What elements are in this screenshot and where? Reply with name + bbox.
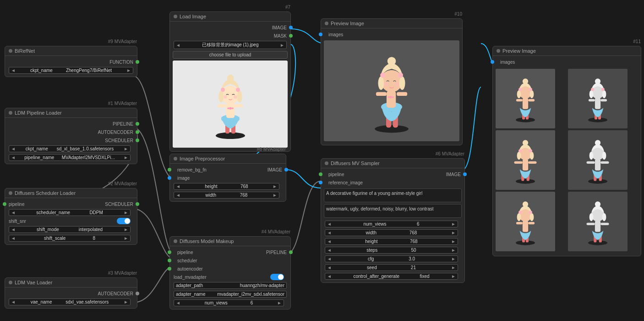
- diffusers-mv-sampler-node: #6 MVAdapter Diffusers MV Sampler pipeli…: [321, 158, 465, 283]
- mvs-width-key: width: [366, 230, 377, 235]
- load-image-upload-btn[interactable]: choose file to upload: [173, 51, 288, 59]
- preview-image-10-node: #10 Preview Image images: [321, 18, 463, 145]
- dmm-adapter-path-field[interactable]: adapter_path huanngzh/mv-adapter: [174, 282, 287, 289]
- mvs-control-arrow-right[interactable]: ►: [451, 274, 456, 279]
- grid-figurine-4: [582, 133, 614, 188]
- ldm-pipeline-name-arrow-right[interactable]: ►: [124, 155, 128, 160]
- diffusers-scheduler-name-arrow-right[interactable]: ►: [124, 210, 128, 215]
- image-preprocessor-width-arrow-right[interactable]: ►: [273, 193, 277, 198]
- diffusers-scheduler-name-arrow-left[interactable]: ◄: [11, 210, 16, 215]
- image-preprocessor-width-arrow-left[interactable]: ◄: [176, 193, 180, 198]
- mvs-num-views-field[interactable]: ◄ num_views 6 ►: [325, 221, 458, 227]
- load-image-mask-port: [289, 34, 293, 38]
- mvs-positive-prompt[interactable]: A decorative figurine of a young anime-s…: [324, 188, 462, 202]
- load-image-filename-arrow-right[interactable]: ►: [280, 43, 284, 48]
- mvs-cfg-field[interactable]: ◄ cfg 3.0 ►: [325, 255, 458, 262]
- ldm-vae-node: #3 MVAdapter LDM Vae Loader AUTOENCODER …: [5, 277, 137, 309]
- ldm-vae-name-arrow-right[interactable]: ►: [124, 299, 128, 304]
- dmm-num-views-val: 6: [251, 300, 253, 305]
- svg-rect-82: [516, 222, 523, 224]
- ldm-pipeline-name-arrow-left[interactable]: ◄: [11, 155, 16, 160]
- diffusers-scheduler-scale-arrow-left[interactable]: ◄: [11, 236, 16, 241]
- ldm-pipeline-label: PIPELINE: [113, 122, 133, 127]
- dmm-num-views-arrow-right[interactable]: ►: [277, 300, 282, 305]
- load-image-filename-arrow-left[interactable]: ◄: [176, 43, 180, 48]
- mvs-negative-prompt[interactable]: watermark, ugly, deformed, noisy, blurry…: [324, 204, 462, 218]
- dmm-num-views-arrow-left[interactable]: ◄: [176, 300, 180, 305]
- dmm-load-mvadapter-toggle[interactable]: [270, 274, 284, 280]
- mvs-control-key: control_after_generate: [353, 274, 399, 279]
- image-preprocessor-body: remove_bg_fn IMAGE image ◄ height 768 ► …: [170, 164, 286, 201]
- ldm-vae-name-arrow-left[interactable]: ◄: [11, 299, 16, 304]
- diffusers-mv-sampler-id: #6 MVAdapter: [436, 151, 464, 156]
- mvs-control-arrow-left[interactable]: ◄: [327, 274, 332, 279]
- birefnet-ckpt-arrow-left[interactable]: ◄: [11, 68, 16, 73]
- svg-rect-83: [528, 222, 535, 224]
- diffusers-scheduler-output-port: [136, 202, 139, 206]
- svg-point-66: [518, 149, 522, 152]
- diffusers-scheduler-mode-field[interactable]: ◄ shift_mode interpolated ►: [9, 226, 131, 233]
- ldm-pipeline-name-field[interactable]: ◄ pipeline_name MVAdapterI2MVSDXLPi... ►: [9, 154, 131, 161]
- svg-rect-73: [600, 161, 609, 164]
- load-image-filename-row: ◄ 已移除背景的image (1).jpeg ►: [170, 40, 290, 50]
- mvs-seed-arrow-right[interactable]: ►: [451, 265, 456, 270]
- birefnet-ckpt-field[interactable]: ◄ ckpt_name ZhengPeng7/BiRefNet ►: [9, 67, 133, 74]
- ldm-ckpt-field[interactable]: ◄ ckpt_name sd_xl_base_1.0.safetensors ►: [9, 145, 131, 152]
- mvs-width-field[interactable]: ◄ width 768 ►: [325, 229, 458, 236]
- mvs-steps-field[interactable]: ◄ steps 50 ►: [325, 247, 458, 254]
- svg-point-97: [595, 201, 600, 207]
- svg-point-30: [380, 72, 385, 77]
- mvs-image-out-port: [463, 172, 467, 176]
- mvs-height-arrow-left[interactable]: ◄: [327, 239, 332, 244]
- ldm-vae-name-key: vae_name: [31, 299, 52, 304]
- ldm-vae-header: LDM Vae Loader: [5, 278, 137, 288]
- diffusers-scheduler-scale-field[interactable]: ◄ shift_scale 8 ►: [9, 235, 131, 242]
- mvs-cfg-key: cfg: [368, 256, 374, 261]
- mvs-control-field[interactable]: ◄ control_after_generate fixed ►: [325, 273, 458, 280]
- dmm-adapter-path-label: adapter_path: [176, 283, 203, 288]
- image-preprocessor-width-field[interactable]: ◄ width 768 ►: [174, 192, 279, 199]
- dmm-adapter-name-field[interactable]: adapter_name mvadapter_i2mv_sdxl.safeten…: [174, 291, 287, 298]
- diffusers-scheduler-pipeline-port-left: [3, 202, 6, 206]
- diffusers-mv-sampler-body: pipeline IMAGE reference_image A decorat…: [321, 168, 464, 282]
- diffusers-scheduler-pipeline-row: pipeline SCHEDULER: [5, 200, 137, 208]
- ldm-pipeline-name-key: pipeline_name: [24, 155, 54, 160]
- image-preprocessor-height-field[interactable]: ◄ height 768 ►: [174, 183, 279, 190]
- dmm-autoencoder-label: autoencoder: [177, 266, 203, 271]
- image-preprocessor-height-row: ◄ height 768 ►: [170, 182, 286, 191]
- image-preprocessor-height-arrow-right[interactable]: ►: [273, 184, 277, 189]
- mvs-width-arrow-right[interactable]: ►: [451, 230, 456, 235]
- svg-point-21: [389, 96, 392, 99]
- birefnet-ckpt-arrow-right[interactable]: ►: [126, 68, 131, 73]
- mvs-width-arrow-left[interactable]: ◄: [327, 230, 332, 235]
- mvs-seed-field[interactable]: ◄ seed 21 ►: [325, 264, 458, 271]
- mvs-steps-arrow-right[interactable]: ►: [451, 248, 456, 253]
- diffusers-scheduler-mode-arrow-right[interactable]: ►: [124, 227, 128, 232]
- ldm-ckpt-arrow-right[interactable]: ►: [124, 146, 128, 151]
- dmm-num-views-field[interactable]: ◄ num_views 6 ►: [174, 299, 284, 306]
- mvs-seed-arrow-left[interactable]: ◄: [327, 265, 332, 270]
- diffusers-scheduler-snr-toggle[interactable]: [117, 218, 131, 224]
- svg-point-42: [518, 88, 522, 91]
- preview-image-11-dot: [497, 49, 500, 53]
- ldm-vae-name-field[interactable]: ◄ vae_name sdxl_vae.safetensors ►: [9, 299, 131, 305]
- mvs-steps-arrow-left[interactable]: ◄: [327, 248, 332, 253]
- mvs-cfg-arrow-right[interactable]: ►: [451, 256, 456, 261]
- image-preprocessor-height-arrow-left[interactable]: ◄: [176, 184, 180, 189]
- ldm-ckpt-arrow-left[interactable]: ◄: [11, 146, 16, 151]
- svg-rect-93: [595, 221, 600, 232]
- mvs-height-arrow-right[interactable]: ►: [451, 239, 456, 244]
- svg-point-27: [395, 82, 399, 86]
- diffusers-scheduler-scale-arrow-right[interactable]: ►: [124, 236, 128, 241]
- diffusers-scheduler-name-field[interactable]: ◄ scheduler_name DDPM ►: [9, 209, 131, 216]
- mvs-num-views-arrow-right[interactable]: ►: [451, 221, 456, 227]
- svg-point-14: [220, 88, 224, 92]
- preview-image-11-header: Preview Image: [493, 46, 641, 56]
- mvs-height-field[interactable]: ◄ height 768 ►: [325, 238, 458, 245]
- svg-rect-60: [514, 161, 523, 164]
- diffusers-scheduler-mode-arrow-left[interactable]: ◄: [11, 227, 16, 232]
- diffusers-scheduler-name-key: scheduler_name: [36, 210, 70, 215]
- load-image-filename-field[interactable]: ◄ 已移除背景的image (1).jpeg ►: [174, 41, 287, 49]
- mvs-cfg-arrow-left[interactable]: ◄: [327, 256, 332, 261]
- mvs-num-views-arrow-left[interactable]: ◄: [327, 221, 332, 227]
